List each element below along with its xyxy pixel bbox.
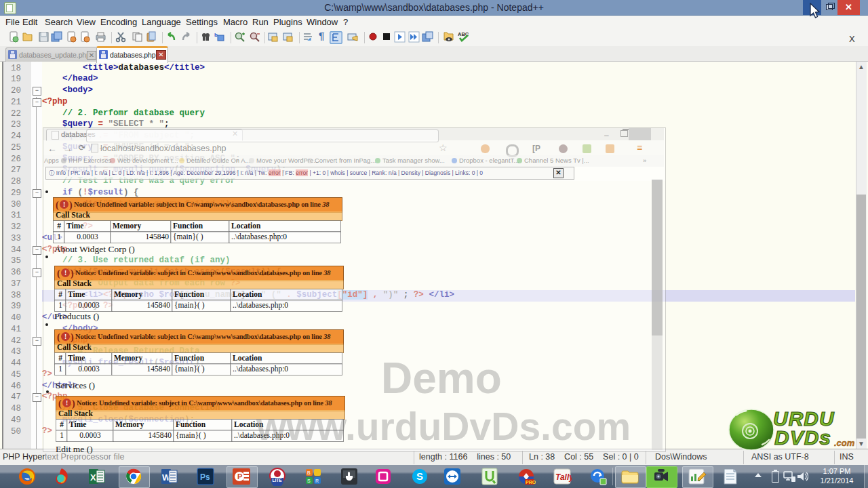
svg-text:S: S	[416, 470, 423, 482]
svg-text:b: b	[214, 32, 218, 38]
svg-text:B: B	[307, 470, 311, 475]
svg-text:P: P	[237, 472, 242, 481]
svg-text:Ps: Ps	[200, 472, 210, 482]
svg-text:X: X	[90, 472, 96, 483]
svg-text:.com: .com	[834, 438, 855, 448]
svg-text:DVDs: DVDs	[774, 426, 831, 449]
svg-text:PRO: PRO	[526, 480, 536, 485]
svg-text:R: R	[315, 479, 319, 483]
svg-text:Tally: Tally	[555, 472, 572, 482]
svg-text:LITE: LITE	[273, 478, 283, 483]
svg-text:S: S	[307, 479, 311, 483]
